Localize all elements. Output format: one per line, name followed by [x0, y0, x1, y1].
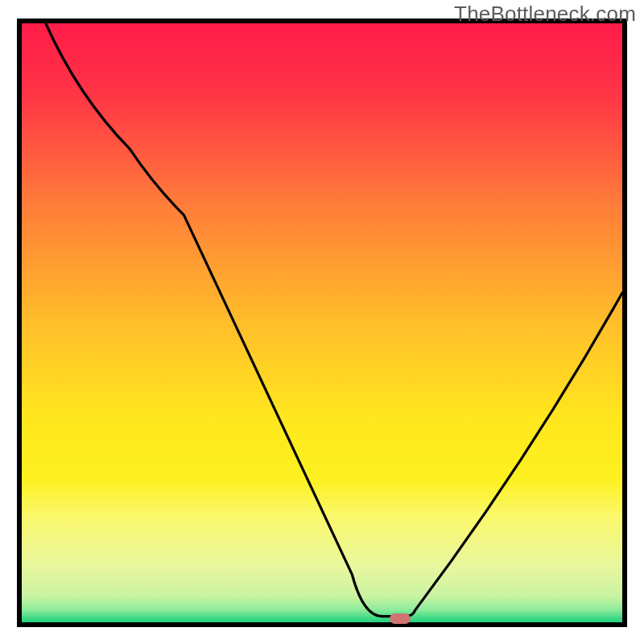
- chart-frame: TheBottleneck.com: [0, 0, 644, 644]
- plot-background: [19, 21, 625, 625]
- watermark-text: TheBottleneck.com: [454, 2, 636, 27]
- chart-svg: [0, 0, 644, 644]
- optimal-marker: [390, 613, 411, 624]
